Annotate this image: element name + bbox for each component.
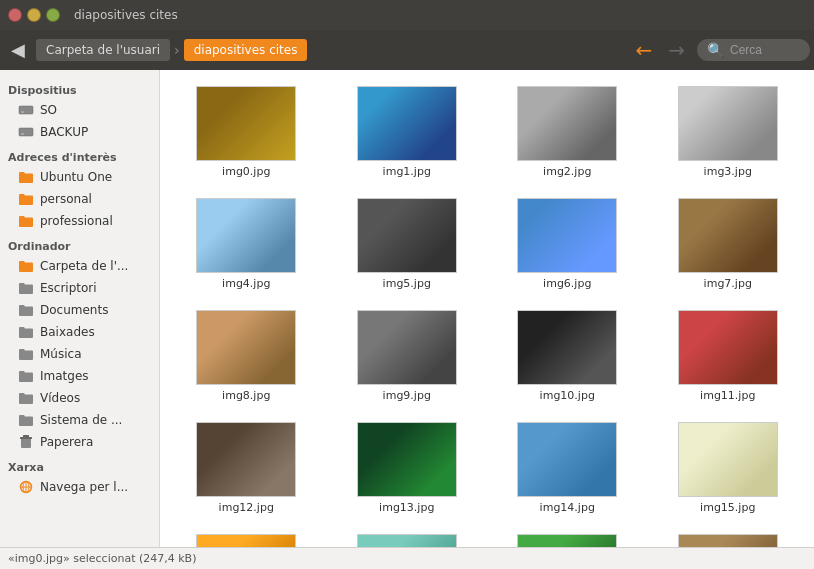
sidebar-item-navega[interactable]: Navega per l...	[2, 476, 157, 498]
file-label: img6.jpg	[543, 277, 591, 290]
sidebar-item-paperera[interactable]: Paperera	[2, 431, 157, 453]
folder-orange-icon	[18, 258, 34, 274]
file-thumbnail	[357, 86, 457, 161]
file-item[interactable]: img6.jpg	[491, 192, 644, 296]
file-thumbnail	[196, 310, 296, 385]
svg-rect-6	[23, 435, 29, 437]
minimize-button[interactable]	[27, 8, 41, 22]
sidebar-item-label: Escriptori	[40, 281, 97, 295]
file-item[interactable]: img10.jpg	[491, 304, 644, 408]
status-text: «img0.jpg» seleccionat (247,4 kB)	[8, 552, 196, 565]
network-icon	[18, 479, 34, 495]
sidebar-section-label: Xarxa	[0, 453, 159, 476]
sidebar-item-sistema[interactable]: Sistema de ...	[2, 409, 157, 431]
sidebar-item-label: Baixades	[40, 325, 95, 339]
statusbar: «img0.jpg» seleccionat (247,4 kB)	[0, 547, 814, 569]
file-thumbnail	[196, 198, 296, 273]
folder-gray-icon	[18, 302, 34, 318]
file-item[interactable]: img15.jpg	[652, 416, 805, 520]
sidebar-item-backup[interactable]: BACKUP	[2, 121, 157, 143]
file-item[interactable]: img4.jpg	[170, 192, 323, 296]
file-label: img2.jpg	[543, 165, 591, 178]
folder-orange-icon	[18, 169, 34, 185]
file-grid-container[interactable]: img0.jpgimg1.jpgimg2.jpgimg3.jpgimg4.jpg…	[160, 70, 814, 547]
sidebar-item-label: Sistema de ...	[40, 413, 122, 427]
file-item[interactable]: img14.jpg	[491, 416, 644, 520]
breadcrumb-current[interactable]: diapositives cites	[184, 39, 308, 61]
maximize-button[interactable]	[46, 8, 60, 22]
file-thumbnail	[678, 310, 778, 385]
titlebar: diapositives cites	[0, 0, 814, 30]
file-item[interactable]: img18.jpg	[491, 528, 644, 547]
file-item[interactable]: img5.jpg	[331, 192, 484, 296]
folder-gray-icon	[18, 280, 34, 296]
sidebar-section-label: Ordinador	[0, 232, 159, 255]
file-item[interactable]: img12.jpg	[170, 416, 323, 520]
file-item[interactable]: img9.jpg	[331, 304, 484, 408]
sidebar-item-label: Música	[40, 347, 82, 361]
file-item[interactable]: img13.jpg	[331, 416, 484, 520]
file-item[interactable]: img17.jpg	[331, 528, 484, 547]
sidebar-section-label: Adreces d'interès	[0, 143, 159, 166]
sidebar-item-label: Navega per l...	[40, 480, 128, 494]
file-thumbnail	[357, 534, 457, 547]
file-item[interactable]: img2.jpg	[491, 80, 644, 184]
file-item[interactable]: img11.jpg	[652, 304, 805, 408]
sidebar: DispositiusSOBACKUPAdreces d'interèsUbun…	[0, 70, 160, 547]
search-area: 🔍	[697, 39, 810, 61]
file-item[interactable]: img19.jpg	[652, 528, 805, 547]
file-label: img4.jpg	[222, 277, 270, 290]
file-thumbnail	[678, 86, 778, 161]
file-item[interactable]: img8.jpg	[170, 304, 323, 408]
drive-icon	[18, 124, 34, 140]
drive-icon	[18, 102, 34, 118]
content-area: DispositiusSOBACKUPAdreces d'interèsUbun…	[0, 70, 814, 547]
sidebar-item-musica[interactable]: Música	[2, 343, 157, 365]
file-item[interactable]: img7.jpg	[652, 192, 805, 296]
folder-orange-icon	[18, 213, 34, 229]
sidebar-item-carpeta[interactable]: Carpeta de l'...	[2, 255, 157, 277]
file-label: img14.jpg	[540, 501, 595, 514]
file-thumbnail	[357, 198, 457, 273]
file-item[interactable]: img0.jpg	[170, 80, 323, 184]
sidebar-item-imatges[interactable]: Imatges	[2, 365, 157, 387]
sidebar-item-label: BACKUP	[40, 125, 88, 139]
file-label: img7.jpg	[704, 277, 752, 290]
sidebar-item-baixades[interactable]: Baixades	[2, 321, 157, 343]
file-item[interactable]: img3.jpg	[652, 80, 805, 184]
file-thumbnail	[517, 86, 617, 161]
folder-orange-icon	[18, 191, 34, 207]
file-label: img10.jpg	[540, 389, 595, 402]
sidebar-item-escriptori[interactable]: Escriptori	[2, 277, 157, 299]
trash-icon	[18, 434, 34, 450]
file-thumbnail	[678, 198, 778, 273]
close-button[interactable]	[8, 8, 22, 22]
search-input[interactable]	[730, 43, 800, 57]
file-item[interactable]: img1.jpg	[331, 80, 484, 184]
back-nav-button[interactable]: ◀	[4, 36, 32, 64]
file-label: img0.jpg	[222, 165, 270, 178]
file-label: img15.jpg	[700, 501, 755, 514]
file-thumbnail	[357, 422, 457, 497]
file-thumbnail	[517, 310, 617, 385]
file-label: img5.jpg	[383, 277, 431, 290]
sidebar-item-so[interactable]: SO	[2, 99, 157, 121]
breadcrumb: Carpeta de l'usuari › diapositives cites	[36, 39, 627, 61]
sidebar-item-ubuntu-one[interactable]: Ubuntu One	[2, 166, 157, 188]
sidebar-section-label: Dispositius	[0, 76, 159, 99]
folder-gray-icon	[18, 412, 34, 428]
breadcrumb-separator: ›	[172, 42, 182, 58]
sidebar-item-documents[interactable]: Documents	[2, 299, 157, 321]
file-thumbnail	[678, 422, 778, 497]
sidebar-item-professional[interactable]: professional	[2, 210, 157, 232]
history-back-arrow[interactable]: ←	[631, 34, 656, 66]
file-item[interactable]: img16.jpg	[170, 528, 323, 547]
breadcrumb-home[interactable]: Carpeta de l'usuari	[36, 39, 170, 61]
file-grid: img0.jpgimg1.jpgimg2.jpgimg3.jpgimg4.jpg…	[160, 70, 814, 547]
file-label: img9.jpg	[383, 389, 431, 402]
sidebar-item-videos[interactable]: Vídeos	[2, 387, 157, 409]
file-thumbnail	[196, 86, 296, 161]
history-forward-arrow[interactable]: →	[664, 34, 689, 66]
file-thumbnail	[196, 422, 296, 497]
sidebar-item-personal[interactable]: personal	[2, 188, 157, 210]
